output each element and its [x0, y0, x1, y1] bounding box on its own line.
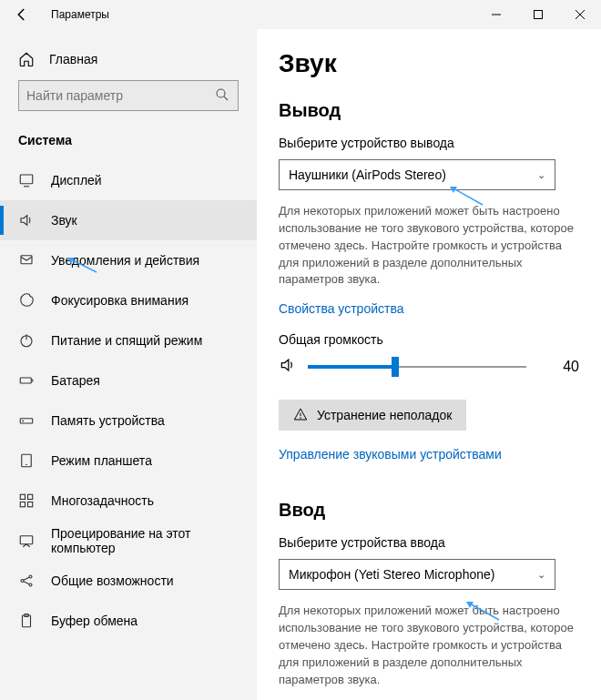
- display-icon: [18, 172, 35, 188]
- sidebar-item-shared[interactable]: Общие возможности: [0, 561, 257, 601]
- svg-rect-19: [20, 502, 25, 507]
- clipboard-icon: [18, 613, 35, 629]
- input-device-value: Микрофон (Yeti Stereo Microphone): [289, 567, 494, 582]
- sidebar-item-power[interactable]: Питание и спящий режим: [0, 320, 257, 360]
- svg-rect-1: [535, 11, 543, 19]
- chevron-down-icon: ⌄: [537, 569, 545, 581]
- svg-rect-17: [20, 494, 25, 499]
- window-title: Параметры: [51, 8, 109, 21]
- sidebar-group-label: Система: [0, 129, 257, 160]
- sidebar-item-label: Проецирование на этот компьютер: [51, 526, 239, 555]
- svg-line-25: [24, 577, 29, 580]
- troubleshoot-button[interactable]: Устранение неполадок: [279, 400, 466, 431]
- sidebar-item-sound[interactable]: Звук: [0, 200, 257, 240]
- search-icon: [214, 86, 230, 106]
- svg-rect-8: [21, 256, 32, 264]
- svg-line-5: [224, 96, 228, 99]
- output-description: Для некоторых приложений может быть наст…: [279, 203, 579, 289]
- sidebar-item-clipboard[interactable]: Буфер обмена: [0, 601, 257, 641]
- back-arrow-icon: [14, 6, 30, 23]
- minimize-icon: [492, 10, 501, 19]
- volume-value: 40: [563, 359, 579, 375]
- sidebar-item-battery[interactable]: Батарея: [0, 360, 257, 401]
- sidebar: Главная Система Дисплей Звук: [0, 29, 257, 700]
- search-box[interactable]: [18, 80, 239, 111]
- sidebar-item-focus[interactable]: Фокусировка внимания: [0, 280, 257, 320]
- titlebar: Параметры: [0, 0, 601, 29]
- home-button[interactable]: Главная: [0, 44, 257, 80]
- sidebar-item-label: Фокусировка внимания: [51, 293, 188, 308]
- svg-point-23: [29, 575, 32, 578]
- close-icon: [576, 10, 585, 19]
- sidebar-item-label: Общие возможности: [51, 573, 174, 588]
- sidebar-item-label: Звук: [51, 213, 77, 228]
- page-title: Звук: [279, 49, 579, 78]
- multitasking-icon: [18, 492, 35, 509]
- sidebar-item-label: Многозадачность: [51, 493, 154, 508]
- sidebar-nav: Дисплей Звук Уведомления и действия Фоку…: [0, 160, 257, 700]
- volume-slider[interactable]: [308, 356, 526, 378]
- search-input[interactable]: [26, 88, 214, 103]
- sidebar-item-label: Режим планшета: [51, 453, 152, 468]
- storage-icon: [18, 412, 35, 429]
- notifications-icon: [18, 252, 35, 269]
- sidebar-item-storage[interactable]: Память устройства: [0, 401, 257, 441]
- svg-point-22: [21, 580, 24, 583]
- svg-rect-21: [20, 536, 33, 544]
- sidebar-item-label: Батарея: [51, 373, 100, 388]
- sidebar-item-display[interactable]: Дисплей: [0, 160, 257, 200]
- close-button[interactable]: [559, 0, 601, 29]
- sidebar-item-label: Питание и спящий режим: [51, 333, 202, 348]
- battery-icon: [18, 372, 35, 389]
- output-device-select[interactable]: Наушники (AirPods Stereo) ⌄: [279, 159, 555, 190]
- svg-rect-11: [20, 378, 31, 383]
- sidebar-item-label: Память устройства: [51, 413, 165, 428]
- svg-rect-18: [28, 494, 33, 499]
- chevron-down-icon: ⌄: [537, 169, 545, 181]
- sound-icon: [18, 212, 35, 228]
- content: Звук Вывод Выберите устройство вывода На…: [257, 29, 601, 700]
- input-heading: Ввод: [279, 500, 579, 521]
- home-label: Главная: [49, 52, 97, 66]
- device-properties-link[interactable]: Свойства устройства: [279, 301, 404, 316]
- power-icon: [18, 332, 35, 349]
- input-description: Для некоторых приложений может быть наст…: [279, 603, 579, 688]
- warning-icon: [293, 407, 308, 424]
- sidebar-item-projecting[interactable]: Проецирование на этот компьютер: [0, 521, 257, 561]
- svg-rect-6: [20, 175, 33, 184]
- shared-icon: [18, 573, 35, 589]
- svg-rect-13: [20, 419, 33, 423]
- focus-icon: [18, 292, 35, 309]
- sidebar-item-tablet[interactable]: Режим планшета: [0, 441, 257, 481]
- svg-point-14: [23, 421, 24, 421]
- manage-devices-link[interactable]: Управление звуковыми устройствами: [279, 447, 502, 462]
- svg-point-4: [217, 89, 225, 97]
- sidebar-item-notifications[interactable]: Уведомления и действия: [0, 240, 257, 280]
- sidebar-item-multitasking[interactable]: Многозадачность: [0, 481, 257, 521]
- sidebar-item-label: Буфер обмена: [51, 614, 138, 628]
- sidebar-item-label: Уведомления и действия: [51, 253, 199, 268]
- maximize-button[interactable]: [517, 0, 559, 29]
- sidebar-item-label: Дисплей: [51, 173, 102, 188]
- volume-label: Общая громкость: [279, 332, 579, 347]
- svg-point-24: [29, 583, 32, 586]
- troubleshoot-label: Устранение неполадок: [317, 408, 452, 422]
- input-device-select[interactable]: Микрофон (Yeti Stereo Microphone) ⌄: [279, 559, 555, 590]
- minimize-button[interactable]: [475, 0, 517, 29]
- output-select-label: Выберите устройство вывода: [279, 136, 579, 150]
- svg-point-30: [300, 417, 301, 418]
- slider-thumb[interactable]: [392, 357, 399, 377]
- speaker-icon[interactable]: [279, 356, 300, 378]
- back-button[interactable]: [7, 0, 36, 29]
- output-device-value: Наушники (AirPods Stereo): [289, 167, 446, 182]
- maximize-icon: [534, 10, 543, 19]
- output-heading: Вывод: [279, 100, 579, 121]
- tablet-icon: [18, 452, 35, 469]
- svg-line-26: [24, 582, 29, 584]
- svg-rect-20: [28, 502, 33, 507]
- projecting-icon: [18, 533, 35, 549]
- home-icon: [18, 51, 35, 67]
- input-select-label: Выберите устройства ввода: [279, 535, 579, 550]
